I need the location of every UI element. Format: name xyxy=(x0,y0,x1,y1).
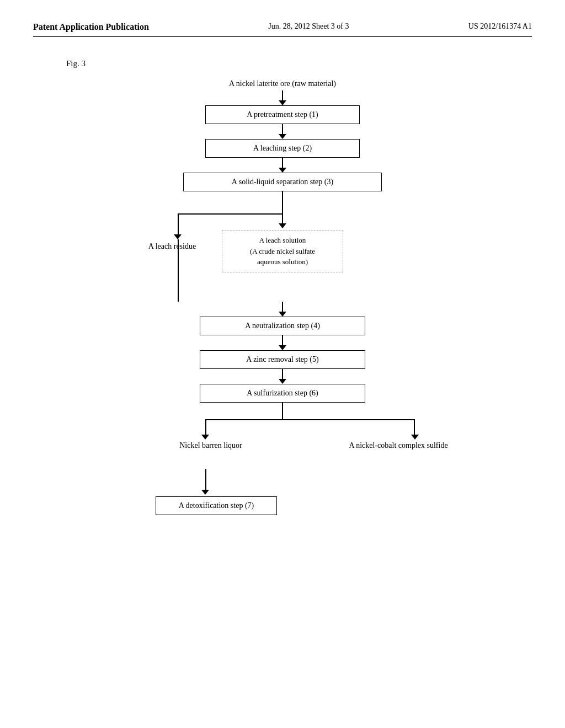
flow-diagram: A nickel laterite ore (raw material) A p… xyxy=(33,79,532,513)
h-line-right-s6 xyxy=(282,419,415,420)
arrowhead-left-s6 xyxy=(201,435,209,440)
publication-number: US 2012/161374 A1 xyxy=(468,22,532,31)
bottom-merge: A detoxification step (7) xyxy=(95,469,470,513)
arrow-to-step6 xyxy=(279,369,286,384)
line-segment xyxy=(282,335,283,345)
split-section: A leach residue A leach solution (A crud… xyxy=(95,191,470,302)
step1-box: A pretreatment step (1) xyxy=(205,105,360,124)
line-segment xyxy=(282,369,283,379)
arrow-to-step1 xyxy=(279,90,286,105)
step7-box: A detoxification step (7) xyxy=(156,496,277,515)
leach-solution-box: A leach solution (A crude nickel sulfate… xyxy=(222,230,343,272)
arrow-to-step2 xyxy=(279,124,286,139)
step2-box: A leaching step (2) xyxy=(205,139,360,158)
step6-split: Nickel barren liquor A nickel-cobalt com… xyxy=(95,403,470,469)
arrowhead xyxy=(279,168,286,173)
arrowhead xyxy=(279,100,286,105)
step3-box: A solid-liquid separation step (3) xyxy=(183,173,382,191)
arrowhead-right xyxy=(279,223,286,228)
page-header: Patent Application Publication Jun. 28, … xyxy=(33,22,532,37)
v-line-from-step6 xyxy=(282,403,283,419)
v-line-left-s6 xyxy=(205,419,206,436)
arrowhead xyxy=(279,312,286,317)
nickel-cobalt-label: A nickel-cobalt complex sulfide xyxy=(332,441,465,450)
v-line-barren xyxy=(205,469,206,491)
step6-box: A sulfurization step (6) xyxy=(200,384,365,403)
arrow-to-step5 xyxy=(279,335,286,350)
publication-date-sheet: Jun. 28, 2012 Sheet 3 of 3 xyxy=(268,22,349,31)
h-line-left xyxy=(178,213,282,215)
v-line-left xyxy=(178,213,179,235)
arrowhead xyxy=(279,345,286,350)
arrowhead-left xyxy=(174,234,182,239)
v-line-left-continue xyxy=(178,239,179,302)
arrowhead-barren xyxy=(201,490,209,495)
publication-title: Patent Application Publication xyxy=(33,22,149,32)
nickel-barren-label: Nickel barren liquor xyxy=(161,441,260,450)
figure-label: Fig. 3 xyxy=(66,59,532,68)
arrowhead-right-s6 xyxy=(411,435,419,440)
line-segment xyxy=(282,124,283,134)
step4-box: A neutralization step (4) xyxy=(200,317,365,335)
line-segment xyxy=(282,90,283,100)
arrow-to-step4 xyxy=(279,302,286,317)
line-segment xyxy=(282,302,283,312)
v-line-right-top xyxy=(282,213,283,224)
step5-box: A zinc removal step (5) xyxy=(200,350,365,369)
h-line-left-s6 xyxy=(205,419,282,420)
v-line-right-s6 xyxy=(414,419,415,436)
page: Patent Application Publication Jun. 28, … xyxy=(0,0,565,728)
v-line-from-step3 xyxy=(282,191,283,213)
arrowhead xyxy=(279,134,286,139)
arrow-to-step3 xyxy=(279,158,286,173)
arrowhead xyxy=(279,379,286,384)
leach-residue-label: A leach residue xyxy=(128,241,216,252)
raw-material-label: A nickel laterite ore (raw material) xyxy=(229,79,336,88)
line-segment xyxy=(282,158,283,168)
